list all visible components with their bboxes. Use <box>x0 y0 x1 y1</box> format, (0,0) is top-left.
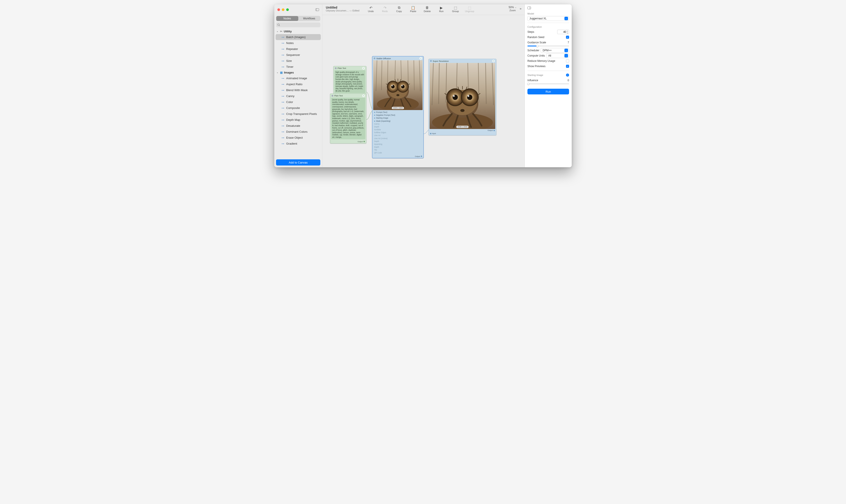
output-port[interactable] <box>494 130 495 131</box>
info-icon[interactable]: i <box>566 73 569 77</box>
prompt-text[interactable]: high quality photograph of a strange cre… <box>334 70 365 93</box>
section-starting-image: Starting Image i <box>528 73 569 77</box>
node-icon: ⊶ <box>281 95 284 98</box>
node-composite[interactable]: ⊶Composite <box>276 105 321 111</box>
run-button[interactable]: ▶Run <box>435 6 448 13</box>
steps-field: Steps ▴▾ <box>528 29 569 35</box>
chevron-updown-icon: ⌄ <box>565 17 568 20</box>
steps-input[interactable] <box>557 30 567 34</box>
sr-preview-image: 2048 x 2048 <box>430 63 495 129</box>
input-port[interactable] <box>374 121 375 122</box>
search-icon <box>277 23 280 26</box>
search-input[interactable] <box>276 22 320 27</box>
close-icon[interactable]: × <box>362 94 365 97</box>
sidebar-tabs[interactable]: Nodes Workflows <box>276 16 320 21</box>
canvas[interactable]: Plain Text× high quality photograph of a… <box>322 15 524 167</box>
output-port[interactable] <box>363 141 365 142</box>
node-erase-object[interactable]: ⊶Erase Object <box>276 135 321 141</box>
close-window-icon[interactable] <box>277 8 280 11</box>
input-port[interactable] <box>430 133 431 134</box>
chevron-down-icon: ⌄ <box>276 71 279 73</box>
maximize-window-icon[interactable] <box>286 8 289 11</box>
run-button[interactable]: Run <box>528 89 569 94</box>
node-desaturate[interactable]: ⊶Desaturate <box>276 123 321 129</box>
trash-icon: 🗑 <box>426 6 429 10</box>
ungroup-icon: ⬚ <box>468 6 471 10</box>
dimensions-badge: 1024 x 1024 <box>392 107 404 109</box>
node-icon: ⊶ <box>281 119 284 122</box>
node-blend-with-mask[interactable]: ⊶Blend With Mask <box>276 87 321 93</box>
app-window: Nodes Workflows ⌄ ✂ Utility ⊶Batch (Imag… <box>274 4 572 167</box>
canvas-node-stable-diffusion[interactable]: Stable Diffusion× <box>372 56 424 158</box>
input-port[interactable] <box>374 115 375 116</box>
compute-units-select[interactable]: All ⌄ <box>546 53 569 58</box>
group-utility[interactable]: ⌄ ✂ Utility <box>276 29 321 34</box>
group-images[interactable]: ⌄ ▦ Images <box>276 70 321 75</box>
random-seed-checkbox[interactable]: ✓ <box>566 36 569 39</box>
node-crop-transparent[interactable]: ⊶Crop Transparent Pixels <box>276 111 321 117</box>
canvas-node-prompt[interactable]: Plain Text× high quality photograph of a… <box>333 66 366 97</box>
image-icon: ▦ <box>280 71 283 74</box>
node-gradient[interactable]: ⊶Gradient <box>276 141 321 147</box>
input-port[interactable] <box>374 112 375 113</box>
show-previews-checkbox[interactable]: ✓ <box>566 65 569 68</box>
svg-rect-0 <box>316 8 319 11</box>
model-select[interactable]: Juggernaut XL ⌄ <box>528 16 569 21</box>
minimize-window-icon[interactable] <box>282 8 284 11</box>
utility-icon: ✂ <box>280 30 282 33</box>
show-previews-field: Show Previews ✓ <box>528 64 569 69</box>
redo-button[interactable]: ↷Redo <box>378 6 392 13</box>
window-controls[interactable] <box>277 8 289 11</box>
node-canny[interactable]: ⊶Canny <box>276 93 321 99</box>
inspector-toggle-icon[interactable] <box>528 4 569 10</box>
svg-point-24 <box>401 85 402 86</box>
group-button[interactable]: ⬚Group <box>449 6 462 13</box>
close-icon[interactable]: × <box>492 60 495 62</box>
tab-workflows[interactable]: Workflows <box>298 16 320 21</box>
guidance-slider[interactable] <box>528 46 569 47</box>
group-label: Utility <box>284 30 292 33</box>
toggle-sidebar-icon[interactable] <box>315 8 319 11</box>
add-to-canvas-button[interactable]: Add to Canvas <box>276 159 320 165</box>
close-icon[interactable]: × <box>362 67 365 70</box>
steps-stepper[interactable]: ▴▾ <box>566 30 569 34</box>
node-timer[interactable]: ⊶Timer <box>276 64 321 70</box>
negative-prompt-text[interactable]: (worst quality, low quality, normal qual… <box>331 98 365 139</box>
copy-button[interactable]: ⧉Copy <box>392 6 405 13</box>
scheduler-select[interactable]: DPM++ ⌄ <box>541 48 569 53</box>
node-repeater[interactable]: ⊶Repeater <box>276 46 321 52</box>
node-animated-image[interactable]: ⊶Animated Image <box>276 75 321 81</box>
node-aspect-ratio[interactable]: ⊶Aspect Ratio <box>276 81 321 87</box>
paste-button[interactable]: 📋Paste <box>407 6 420 13</box>
toolbar-overflow-icon[interactable]: » <box>519 6 522 10</box>
reduce-memory-checkbox[interactable] <box>566 59 569 62</box>
random-seed-field: Random Seed ✓ <box>528 35 569 40</box>
node-dominant-colors[interactable]: ⊶Dominant Colors <box>276 129 321 135</box>
node-icon: ⊶ <box>281 142 284 145</box>
output-port[interactable] <box>421 156 422 157</box>
canvas-node-negative-prompt[interactable]: Plain Text× (worst quality, low quality,… <box>330 93 366 144</box>
reduce-memory-field: Reduce Memory Usage <box>528 58 569 64</box>
close-icon[interactable]: × <box>419 57 422 60</box>
zoom-control[interactable]: 50%⌄ Zoom <box>509 6 517 12</box>
node-sequencer[interactable]: ⊶Sequencer <box>276 52 321 58</box>
node-batch-images[interactable]: ⊶Batch (Images) <box>276 34 321 40</box>
svg-point-50 <box>453 95 455 97</box>
input-port[interactable] <box>374 118 375 119</box>
node-type-icon <box>332 95 333 96</box>
ungroup-button[interactable]: ⬚Ungroup <box>463 6 476 13</box>
node-color[interactable]: ⊶Color <box>276 99 321 105</box>
sidebar: Nodes Workflows ⌄ ✂ Utility ⊶Batch (Imag… <box>274 4 322 167</box>
influence-slider[interactable] <box>528 84 569 84</box>
node-size[interactable]: ⊶Size <box>276 58 321 64</box>
canvas-node-super-resolution[interactable]: Super Resolution× <box>429 59 496 136</box>
copy-icon: ⧉ <box>398 6 400 10</box>
undo-button[interactable]: ↶Undo <box>364 6 377 13</box>
paste-icon: 📋 <box>411 6 415 10</box>
delete-button[interactable]: 🗑Delete <box>420 6 434 13</box>
node-tree[interactable]: ⌄ ✂ Utility ⊶Batch (Images) ⊶Notes ⊶Repe… <box>274 28 322 158</box>
section-model: Model <box>528 12 569 15</box>
tab-nodes[interactable]: Nodes <box>276 16 298 21</box>
node-notes[interactable]: ⊶Notes <box>276 40 321 46</box>
node-depth-map[interactable]: ⊶Depth Map <box>276 117 321 123</box>
